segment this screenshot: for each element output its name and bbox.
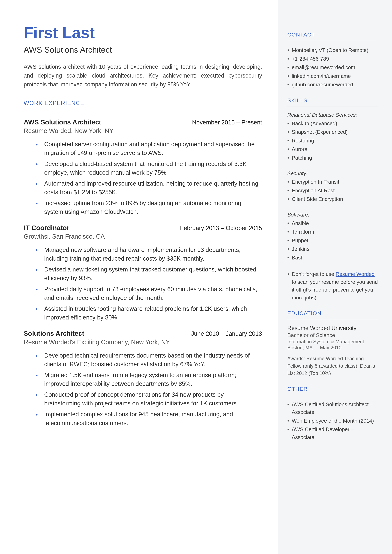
skills-list: Backup (Advanced)Snapshot (Experienced)R…: [287, 119, 378, 162]
skills-list: Encryption In TransitEncryption At RestC…: [287, 178, 378, 203]
education-field: Information System & Management: [287, 339, 378, 345]
job-entry: AWS Solutions Architect November 2015 – …: [24, 119, 262, 216]
skills-list: AnsibleTerraformPuppetJenkinsBash: [287, 219, 378, 262]
divider: [24, 110, 262, 110]
education-awards: Awards: Resume Worded Teaching Fellow (o…: [287, 355, 378, 377]
job-bullet: Increased uptime from 23% to 89% by desi…: [44, 199, 262, 216]
skills-group-heading: Security:: [287, 170, 378, 176]
contact-item: email@resumeworded.com: [287, 63, 378, 71]
job-dates: June 2010 – January 2013: [191, 330, 262, 337]
skill-item: Aurora: [287, 145, 378, 153]
skill-item: Backup (Advanced): [287, 119, 378, 127]
skill-item: Client Side Encryption: [287, 195, 378, 203]
education-degree: Bachelor of Science: [287, 332, 378, 338]
job-bullet: Managed new software and hardware implem…: [44, 245, 262, 263]
skill-item: Jenkins: [287, 245, 378, 253]
skill-item: Bash: [287, 254, 378, 262]
education-location: Boston, MA — May 2010: [287, 345, 378, 351]
skills-group-heading: Relational Database Services:: [287, 112, 378, 118]
job-header: Solutions Architect June 2010 – January …: [24, 330, 262, 337]
skill-item: Ansible: [287, 219, 378, 227]
job-company: Resume Worded's Exciting Company, New Yo…: [24, 339, 262, 346]
sidebar-note: Don't forget to use Resume Worded to sca…: [287, 270, 378, 302]
contact-item: linkedin.com/in/username: [287, 72, 378, 80]
job-entry: Solutions Architect June 2010 – January …: [24, 330, 262, 428]
skill-item: Terraform: [287, 228, 378, 236]
other-item: AWS Certified Developer – Associate.: [287, 425, 378, 441]
job-entry: IT Coordinator February 2013 – October 2…: [24, 224, 262, 322]
contact-list: Montpelier, VT (Open to Remote)+1-234-45…: [287, 46, 378, 89]
resume-worded-link[interactable]: Resume Worded: [336, 271, 375, 277]
education-heading: EDUCATION: [287, 310, 378, 316]
job-title: AWS Solutions Architect: [24, 119, 101, 126]
skill-item: Restoring: [287, 137, 378, 145]
divider: [287, 319, 378, 319]
job-bullet: Completed server configuration and appli…: [44, 140, 262, 157]
job-bullet: Developed a cloud-based system that moni…: [44, 160, 262, 177]
other-item: Won Employee of the Month (2014): [287, 417, 378, 425]
job-bullets: Completed server configuration and appli…: [24, 140, 262, 216]
job-dates: February 2013 – October 2015: [180, 225, 262, 231]
person-name: First Last: [24, 24, 262, 42]
job-bullet: Migrated 1.5K end users from a legacy sy…: [44, 371, 262, 388]
contact-item: +1-234-456-789: [287, 55, 378, 63]
skill-item: Encryption At Rest: [287, 187, 378, 195]
contact-item: Montpelier, VT (Open to Remote): [287, 46, 378, 54]
skill-item: Patching: [287, 154, 378, 162]
job-title: Solutions Architect: [24, 330, 84, 337]
divider: [287, 106, 378, 106]
contact-item: github.com/resumeworded: [287, 81, 378, 89]
job-company: Growthsi, San Francisco, CA: [24, 233, 262, 240]
skills-group-heading: Software:: [287, 212, 378, 218]
contact-heading: CONTACT: [287, 32, 378, 38]
job-title: IT Coordinator: [24, 224, 69, 232]
main-column: First Last AWS Solutions Architect AWS s…: [0, 0, 278, 554]
job-bullets: Managed new software and hardware implem…: [24, 245, 262, 322]
job-bullet: Implemented complex solutions for 945 he…: [44, 410, 262, 427]
job-bullet: Developed technical requirements documen…: [44, 351, 262, 369]
job-company: Resume Worded, New York, NY: [24, 127, 262, 134]
skill-item: Snapshot (Experienced): [287, 128, 378, 136]
other-list: AWS Certified Solutions Architect – Asso…: [287, 400, 378, 441]
job-bullet: Conducted proof-of-concept demonstration…: [44, 390, 262, 408]
note-prefix: Don't forget to use: [292, 271, 336, 277]
job-bullet: Automated and improved resource utilizat…: [44, 179, 262, 197]
job-header: AWS Solutions Architect November 2015 – …: [24, 119, 262, 126]
summary-text: AWS solutions architect with 10 years of…: [24, 62, 262, 89]
skill-item: Encryption In Transit: [287, 178, 378, 186]
job-bullet: Assisted in troubleshooting hardware-rel…: [44, 304, 262, 322]
job-dates: November 2015 – Present: [192, 119, 262, 126]
jobs-container: AWS Solutions Architect November 2015 – …: [24, 119, 262, 427]
education-school: Resume Worded University: [287, 325, 378, 331]
other-item: AWS Certified Solutions Architect – Asso…: [287, 400, 378, 416]
skill-item: Puppet: [287, 237, 378, 245]
other-heading: OTHER: [287, 386, 378, 392]
sidebar-column: CONTACT Montpelier, VT (Open to Remote)+…: [278, 0, 392, 554]
job-title-heading: AWS Solutions Architect: [24, 45, 262, 55]
job-bullet: Provided daily support to 73 employees e…: [44, 285, 262, 302]
job-bullets: Developed technical requirements documen…: [24, 351, 262, 428]
divider: [287, 41, 378, 41]
note-suffix: to scan your resume before you send it o…: [292, 279, 378, 301]
job-header: IT Coordinator February 2013 – October 2…: [24, 224, 262, 232]
skills-heading: SKILLS: [287, 97, 378, 104]
job-bullet: Devised a new ticketing system that trac…: [44, 265, 262, 282]
work-experience-heading: WORK EXPERIENCE: [24, 100, 262, 106]
